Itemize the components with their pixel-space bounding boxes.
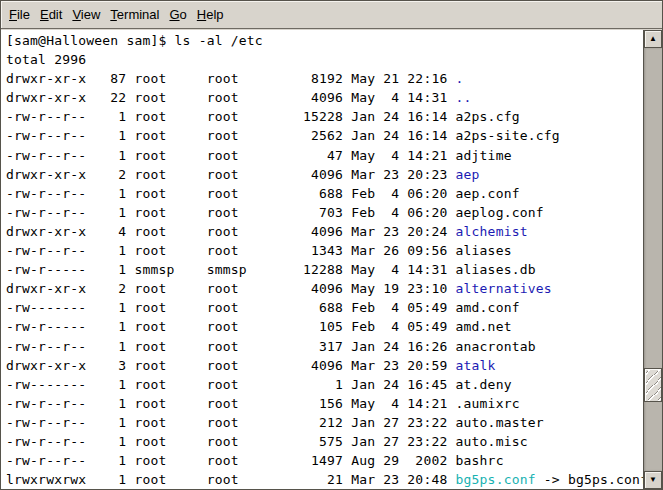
file-row: -rw-r--r-- 1 root root 47 May 4 14:21 ad… [6,146,643,165]
prompt-line: [sam@Halloween sam]$ ls -al /etc [6,31,643,50]
file-row: lrwxrwxrwx 1 root root 21 Mar 23 20:48 b… [6,470,643,489]
file-meta: -rw-r--r-- 1 root root 47 May 4 14:21 [6,148,456,163]
scroll-down-button[interactable]: ▼ [644,471,662,489]
file-meta: -rw-r--r-- 1 root root 317 Jan 24 16:26 [6,339,456,354]
file-name: amd.net [456,319,512,334]
file-name: .. [456,90,472,105]
total-line: total 2996 [6,50,643,69]
file-name: . [456,71,464,86]
file-meta: -rw------- 1 root root 688 Feb 4 05:49 [6,300,456,315]
file-row: drwxr-xr-x 4 root root 4096 Mar 23 20:24… [6,222,643,241]
menu-item-terminal[interactable]: Terminal [105,2,164,27]
menu-item-go[interactable]: Go [164,2,191,27]
file-meta: -rw-r--r-- 1 root root 703 Feb 4 06:20 [6,205,456,220]
file-row: -rw-r--r-- 1 root root 156 May 4 14:21 .… [6,394,643,413]
menu-bar: FileEditViewTerminalGoHelp [1,1,662,29]
file-name: a2ps.cfg [456,109,520,124]
file-row: -rw-r----- 1 smmsp smmsp 12288 May 4 14:… [6,260,643,279]
menu-item-view[interactable]: View [67,2,105,27]
file-meta: drwxr-xr-x 87 root root 8192 May 21 22:1… [6,71,456,86]
file-meta: -rw-r--r-- 1 root root 2562 Jan 24 16:14 [6,128,456,143]
file-row: -rw-r--r-- 1 root root 575 Jan 27 23:22 … [6,432,643,451]
file-row: -rw------- 1 root root 688 Feb 4 05:49 a… [6,298,643,317]
file-name: alternatives [456,281,552,296]
file-meta: drwxr-xr-x 3 root root 4096 Mar 23 20:59 [6,358,456,373]
file-meta: drwxr-xr-x 2 root root 4096 Mar 23 20:23 [6,167,456,182]
scrollbar-trough[interactable] [644,48,662,471]
file-name: aep.conf [456,186,520,201]
menu-item-edit[interactable]: Edit [35,2,67,27]
file-row: -rw-r--r-- 1 root root 212 Jan 27 23:22 … [6,413,643,432]
file-meta: drwxr-xr-x 2 root root 4096 May 19 23:10 [6,281,456,296]
file-meta: -rw-r----- 1 root root 105 Feb 4 05:49 [6,319,456,334]
symlink-target: -> bg5ps.conf [536,472,643,487]
file-meta: -rw-r--r-- 1 root root 156 May 4 14:21 [6,396,456,411]
file-meta: -rw-r----- 1 smmsp smmsp 12288 May 4 14:… [6,262,456,277]
file-meta: lrwxrwxrwx 1 root root 21 Mar 23 20:48 [6,472,456,487]
file-name: aeplog.conf [456,205,544,220]
scrollbar-thumb[interactable] [644,368,662,402]
file-row: -rw-r--r-- 1 root root 1343 Mar 26 09:56… [6,241,643,260]
file-name: .aumixrc [456,396,520,411]
file-name: bashrc [456,453,504,468]
file-row: drwxr-xr-x 87 root root 8192 May 21 22:1… [6,69,643,88]
file-name: aliases [456,243,512,258]
file-name: atalk [456,358,496,373]
file-row: -rw-r--r-- 1 root root 688 Feb 4 06:20 a… [6,184,643,203]
file-name: anacrontab [456,339,536,354]
file-name: alchemist [456,224,528,239]
arrow-up-icon: ▲ [649,35,657,43]
file-name: at.deny [456,377,512,392]
file-row: drwxr-xr-x 2 root root 4096 May 19 23:10… [6,279,643,298]
file-name: amd.conf [456,300,520,315]
menu-item-help[interactable]: Help [192,2,229,27]
menu-item-file[interactable]: File [4,2,35,27]
file-row: drwxr-xr-x 3 root root 4096 Mar 23 20:59… [6,356,643,375]
file-meta: -rw-r--r-- 1 root root 1343 Mar 26 09:56 [6,243,456,258]
file-meta: drwxr-xr-x 4 root root 4096 Mar 23 20:24 [6,224,456,239]
file-row: -rw-r--r-- 1 root root 1497 Aug 29 2002 … [6,451,643,470]
file-name: bg5ps.conf [456,472,536,487]
file-meta: -rw-r--r-- 1 root root 1497 Aug 29 2002 [6,453,456,468]
file-meta: -rw-r--r-- 1 root root 688 Feb 4 06:20 [6,186,456,201]
file-meta: drwxr-xr-x 22 root root 4096 May 4 14:31 [6,90,456,105]
file-row: -rw-r--r-- 1 root root 15228 Jan 24 16:1… [6,107,643,126]
file-name: adjtime [456,148,512,163]
file-name: auto.master [456,415,544,430]
scroll-up-button[interactable]: ▲ [644,30,662,48]
terminal-content: [sam@Halloween sam]$ ls -al /etctotal 29… [1,30,662,489]
terminal-output[interactable]: [sam@Halloween sam]$ ls -al /etctotal 29… [1,30,643,489]
file-meta: -rw-r--r-- 1 root root 212 Jan 27 23:22 [6,415,456,430]
file-name: a2ps-site.cfg [456,128,560,143]
file-row: -rw-r--r-- 1 root root 2562 Jan 24 16:14… [6,126,643,145]
arrow-down-icon: ▼ [649,476,657,484]
file-meta: -rw-r--r-- 1 root root 15228 Jan 24 16:1… [6,109,456,124]
file-meta: -rw-r--r-- 1 root root 575 Jan 27 23:22 [6,434,456,449]
file-row: -rw-r--r-- 1 root root 317 Jan 24 16:26 … [6,337,643,356]
file-row: -rw------- 1 root root 1 Jan 24 16:45 at… [6,375,643,394]
file-row: drwxr-xr-x 2 root root 4096 Mar 23 20:23… [6,165,643,184]
file-meta: -rw------- 1 root root 1 Jan 24 16:45 [6,377,456,392]
file-name: aep [456,167,480,182]
file-row: drwxr-xr-x 22 root root 4096 May 4 14:31… [6,88,643,107]
file-name: auto.misc [456,434,528,449]
terminal-window: FileEditViewTerminalGoHelp [sam@Hallowee… [0,0,663,490]
file-row: -rw-r--r-- 1 root root 703 Feb 4 06:20 a… [6,203,643,222]
scrollbar[interactable]: ▲ ▼ [643,30,662,489]
file-name: aliases.db [456,262,536,277]
file-row: -rw-r----- 1 root root 105 Feb 4 05:49 a… [6,317,643,336]
